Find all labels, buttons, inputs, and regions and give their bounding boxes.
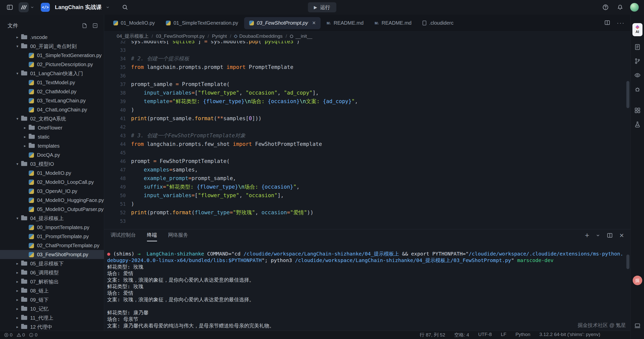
- breadcrumb-item[interactable]: 03_FewShotPrompt.py: [156, 33, 205, 39]
- ai-assistant-button[interactable]: AI: [632, 23, 642, 36]
- tree-folder-item[interactable]: ▾00_开篇词_奇点时刻: [0, 42, 104, 51]
- tree-file-item[interactable]: 02_PictureDescription.py: [0, 60, 104, 69]
- terminal-output[interactable]: ● (shims) → LangChain-shizhanke COMMAND=…: [104, 241, 630, 331]
- line-number[interactable]: 36: [104, 73, 126, 78]
- code-line[interactable]: 33: [104, 46, 630, 54]
- help-icon[interactable]: [601, 3, 610, 12]
- tree-folder-item[interactable]: ▸10_记忆: [0, 304, 104, 313]
- user-avatar[interactable]: [630, 3, 639, 12]
- breadcrumb-item[interactable]: Pyright: [212, 33, 227, 39]
- test-flask-icon[interactable]: [634, 121, 641, 128]
- code-line[interactable]: 51): [104, 200, 630, 208]
- status-item[interactable]: 行 87, 列 52: [420, 332, 445, 338]
- editor-tab[interactable]: 01_ModelIO.py: [108, 17, 160, 29]
- warnings-indicator[interactable]: 0: [17, 332, 25, 338]
- status-item[interactable]: 3.12.2 64-bit ('shims': pyenv): [539, 332, 600, 338]
- breadcrumb-item[interactable]: 04_提示模板上: [117, 33, 149, 39]
- breadcrumb-item[interactable]: __init__: [290, 33, 312, 39]
- close-panel-icon[interactable]: ×: [619, 232, 624, 239]
- editor-tab[interactable]: M↓README.md: [322, 17, 369, 29]
- code-line[interactable]: 34# 2. 创建一个提示模板: [104, 54, 630, 63]
- workspace-title[interactable]: LangChain 实战课: [55, 4, 102, 11]
- line-number[interactable]: 50: [104, 193, 126, 198]
- editor-tab[interactable]: 01_SimpleTextGeneration.py: [161, 17, 243, 29]
- code-line[interactable]: 52print(prompt.format(flower_type="野玫瑰",…: [104, 208, 630, 217]
- extensions-grid-icon[interactable]: [634, 107, 641, 114]
- sidebar-toggle-icon[interactable]: [5, 3, 15, 12]
- tree-file-item[interactable]: 05_ModelIO_OutputParser.py: [0, 205, 104, 214]
- line-number[interactable]: 44: [104, 141, 126, 147]
- code-line[interactable]: 35from langchain.prompts.prompt import P…: [104, 63, 630, 71]
- editor-tab[interactable]: .cloudiderc: [418, 17, 459, 29]
- status-item[interactable]: UTF-8: [478, 332, 492, 338]
- editor-scrollbar[interactable]: [626, 81, 629, 108]
- tree-file-item[interactable]: 01_ModelIO.py: [0, 168, 104, 178]
- line-number[interactable]: 37: [104, 81, 126, 87]
- chevron-down-icon[interactable]: [106, 5, 110, 9]
- tree-folder-item[interactable]: ▸.vscode: [0, 33, 104, 42]
- line-number[interactable]: 53: [104, 218, 126, 224]
- line-number[interactable]: 43: [104, 133, 126, 138]
- split-editor-icon[interactable]: [604, 20, 610, 27]
- line-number[interactable]: 52: [104, 210, 126, 215]
- code-line[interactable]: 46prompt = FewShotPromptTemplate(: [104, 157, 630, 165]
- new-terminal-icon[interactable]: +: [585, 232, 589, 239]
- errors-indicator[interactable]: 0: [4, 332, 13, 338]
- code-line[interactable]: 49 suffix="鲜花类型: {flower_type}\n场合: {occ…: [104, 183, 630, 191]
- tree-file-item[interactable]: 02_ModelIO_LoopCall.py: [0, 178, 104, 187]
- new-file-icon[interactable]: [82, 23, 87, 28]
- tree-folder-item[interactable]: ▾01_LangChain快速入门: [0, 69, 104, 78]
- app-logo[interactable]: [19, 2, 34, 12]
- tree-folder-item[interactable]: ▸templates: [0, 141, 104, 150]
- tree-file-item[interactable]: 04_ModelIO_HuggingFace.py: [0, 196, 104, 205]
- line-number[interactable]: 33: [104, 47, 126, 53]
- line-number[interactable]: 40: [104, 107, 126, 113]
- code-line[interactable]: 45: [104, 148, 630, 157]
- tree-file-item[interactable]: 02_ChatModel.py: [0, 87, 104, 96]
- tree-file-item[interactable]: 00_ImportTemplates.py: [0, 223, 104, 232]
- tree-folder-item[interactable]: ▸OneFlower: [0, 123, 104, 132]
- tree-folder-item[interactable]: ▸06_调用模型: [0, 268, 104, 277]
- line-number[interactable]: 39: [104, 99, 126, 104]
- line-number[interactable]: 47: [104, 167, 126, 173]
- editor-tab[interactable]: 03_FewShotPrompt.py×: [244, 17, 321, 29]
- code-line[interactable]: 32sys.modules['sqlite3'] = sys.modules.p…: [104, 41, 630, 46]
- tree-file-item[interactable]: 01_PromptTemplate.py: [0, 232, 104, 241]
- code-line[interactable]: 42: [104, 123, 630, 131]
- line-number[interactable]: 45: [104, 150, 126, 155]
- code-line[interactable]: 41print(prompt_sample.format(**samples[0…: [104, 114, 630, 123]
- tree-folder-item[interactable]: ▾04_提示模板上: [0, 214, 104, 223]
- tree-file-item[interactable]: 03_OpenAI_IO.py: [0, 187, 104, 196]
- code-line[interactable]: 38 input_variables=["flower_type", "occa…: [104, 89, 630, 97]
- search-icon[interactable]: [120, 3, 130, 12]
- line-number[interactable]: 46: [104, 158, 126, 164]
- tree-folder-item[interactable]: ▸05_提示模板下: [0, 259, 104, 268]
- floating-avatar-badge[interactable]: 掘: [633, 276, 642, 285]
- status-item[interactable]: Python: [515, 332, 530, 338]
- line-number[interactable]: 38: [104, 90, 126, 96]
- bell-icon[interactable]: [615, 3, 625, 12]
- line-number[interactable]: 34: [104, 56, 126, 61]
- line-number[interactable]: 42: [104, 124, 126, 130]
- tree-file-item[interactable]: 03_FewShotPrompt.py: [0, 250, 104, 259]
- laptop-icon[interactable]: [634, 322, 641, 329]
- line-number[interactable]: 41: [104, 116, 126, 121]
- close-icon[interactable]: ×: [312, 20, 316, 26]
- code-line[interactable]: 40): [104, 106, 630, 114]
- panel-tab[interactable]: 网络服务: [168, 229, 188, 241]
- line-number[interactable]: 35: [104, 64, 126, 70]
- code-line[interactable]: 53: [104, 217, 630, 225]
- source-control-icon[interactable]: [634, 58, 641, 64]
- tree-file-item[interactable]: DocQA.py: [0, 150, 104, 159]
- line-number[interactable]: 51: [104, 201, 126, 207]
- tree-folder-item[interactable]: ▸11_代理上: [0, 313, 104, 322]
- tree-file-item[interactable]: 04_ChatLongChain.py: [0, 105, 104, 114]
- workspace-icon[interactable]: </>: [41, 3, 50, 12]
- tree-file-item[interactable]: 02_ChatPromptTemplate.py: [0, 241, 104, 250]
- code-line[interactable]: 50 input_variables=["flower_type", "occa…: [104, 191, 630, 200]
- tree-file-item[interactable]: 01_TextModel.py: [0, 78, 104, 87]
- code-line[interactable]: 48 example_prompt=prompt_sample,: [104, 174, 630, 183]
- collapse-folders-icon[interactable]: [92, 23, 98, 28]
- code-line[interactable]: 47 examples=samples,: [104, 165, 630, 174]
- run-button[interactable]: ▶ 运行: [308, 2, 336, 12]
